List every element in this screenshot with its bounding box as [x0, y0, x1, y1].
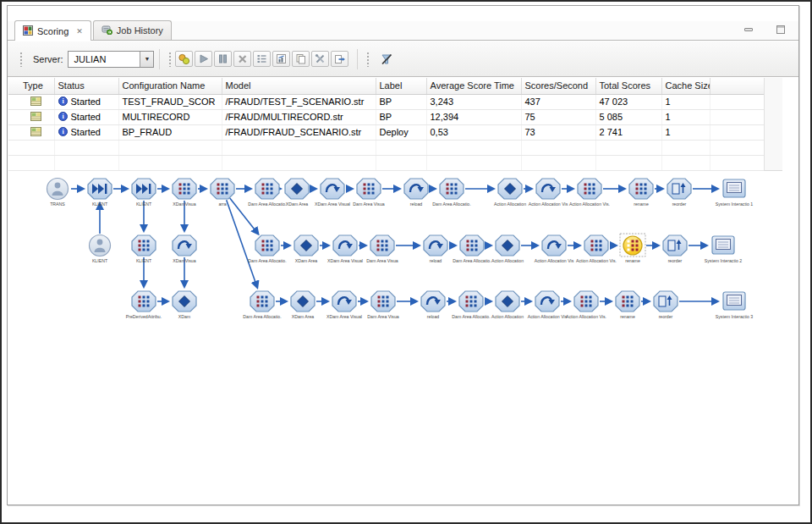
flow-node-label: Dam Area Visua — [353, 201, 385, 207]
properties-button[interactable] — [253, 51, 271, 67]
preferences-button[interactable] — [311, 51, 329, 67]
column-header-configuration-name[interactable]: Configuration Name — [118, 78, 222, 94]
flow-node-label: KLIENT — [136, 258, 152, 263]
tab-job-history[interactable]: Job History — [93, 20, 172, 40]
flow-node-table[interactable] — [459, 291, 483, 312]
column-header-status[interactable]: Status — [54, 78, 118, 94]
flow-node-label: Dam Area Visua — [366, 258, 398, 263]
scores-per-second-cell: 437 — [521, 94, 595, 109]
flow-node-quest[interactable] — [333, 235, 357, 256]
flow-node-table[interactable] — [255, 179, 279, 199]
statistics-chart-button[interactable] — [272, 51, 290, 67]
flow-node-table[interactable] — [173, 179, 196, 199]
column-header-total-scores[interactable]: Total Scores — [595, 78, 661, 94]
flow-node-person[interactable] — [47, 179, 69, 200]
model-cell: /FRAUD/FRAUD_SCENARIO.str — [222, 124, 376, 140]
filler-cell — [710, 109, 764, 124]
copy-result-button[interactable] — [292, 51, 310, 67]
flow-node-diamond[interactable] — [173, 291, 196, 312]
flow-node-table[interactable] — [629, 179, 653, 199]
flow-node-label: XDam Area Visual — [327, 258, 363, 263]
flow-node-monitor[interactable] — [723, 292, 745, 310]
tab-scoring[interactable]: Scoring ✕ — [14, 20, 91, 41]
server-dropdown[interactable]: JULIAN ▼ — [68, 51, 154, 68]
flow-node-reorder[interactable] — [667, 179, 691, 199]
run-configurations-button[interactable] — [175, 51, 193, 67]
column-header-label[interactable]: Label — [376, 78, 426, 94]
flow-node-diamond[interactable] — [291, 291, 315, 312]
flow-node-table[interactable] — [620, 234, 645, 256]
column-header-model[interactable]: Model — [222, 78, 376, 94]
table-header-row: TypeStatusConfiguration NameModelLabelAv… — [8, 78, 764, 94]
flow-node-table[interactable] — [132, 235, 156, 256]
flow-node-quest[interactable] — [535, 291, 559, 312]
flow-node-reorder[interactable] — [663, 235, 687, 256]
label-cell: BP — [376, 109, 426, 124]
flow-node-table[interactable] — [574, 291, 598, 312]
pause-button[interactable] — [214, 51, 232, 67]
flow-node-quest[interactable] — [542, 235, 566, 256]
flow-node-label: KLIENT — [92, 201, 108, 207]
flow-node-diamond[interactable] — [496, 235, 519, 256]
flow-node-label: System Interactio 1 — [716, 201, 754, 207]
flow-node-monitor[interactable] — [723, 179, 745, 197]
close-tab-icon[interactable]: ✕ — [76, 27, 83, 36]
stop-button[interactable] — [233, 51, 251, 67]
flow-node-monitor[interactable] — [712, 236, 734, 254]
configuration-name-cell: TEST_FRAUD_SCOR — [118, 94, 222, 109]
chevron-down-icon[interactable]: ▼ — [140, 52, 153, 67]
flow-node-table[interactable] — [370, 235, 394, 256]
minimize-icon[interactable] — [744, 28, 753, 31]
flow-node-merge[interactable] — [132, 179, 156, 199]
flow-node-label: XDamVisua — [173, 201, 195, 207]
column-header-filler[interactable] — [710, 78, 764, 94]
flow-node-merge[interactable] — [88, 179, 112, 199]
export-button[interactable] — [331, 51, 348, 67]
toolbar-drag-handle[interactable] — [19, 52, 23, 67]
flow-node-label: Dam Area Allocatio. — [248, 258, 286, 263]
flow-node-quest[interactable] — [321, 179, 344, 199]
maximize-icon[interactable] — [776, 25, 785, 34]
toolbar-drag-handle[interactable] — [366, 52, 370, 67]
flow-node-diamond[interactable] — [294, 235, 318, 256]
flow-node-quest[interactable] — [421, 291, 445, 312]
flow-node-table[interactable] — [371, 291, 395, 312]
flow-node-table[interactable] — [255, 235, 279, 256]
flow-node-quest[interactable] — [173, 235, 196, 256]
flow-node-diamond[interactable] — [498, 179, 522, 199]
flow-node-quest[interactable] — [424, 235, 447, 256]
flow-node-label: XDam Area Visual — [326, 314, 362, 319]
flow-node-quest[interactable] — [404, 179, 428, 199]
flow-node-table[interactable] — [132, 291, 156, 312]
flow-node-quest[interactable] — [536, 179, 560, 199]
flow-node-table[interactable] — [584, 235, 608, 256]
flow-node-table[interactable] — [616, 291, 639, 312]
flow-node-person[interactable] — [90, 235, 111, 256]
configuration-icon — [30, 113, 41, 123]
flow-node-table[interactable] — [250, 291, 274, 312]
flow-node-table[interactable] — [440, 179, 464, 199]
flow-node-quest[interactable] — [332, 291, 356, 312]
flow-node-table[interactable] — [460, 235, 484, 256]
flow-node-reorder[interactable] — [654, 291, 678, 312]
flow-node-label: KLIENT — [92, 258, 108, 263]
flow-node-table[interactable] — [578, 179, 601, 199]
filler-cell — [710, 124, 764, 140]
column-header-scores-second[interactable]: Scores/Second — [521, 78, 595, 94]
flow-node-table[interactable] — [211, 179, 234, 199]
filter-disabled-button[interactable] — [376, 51, 397, 68]
info-started-icon: i — [58, 127, 68, 138]
table-row[interactable]: iStartedBP_FRAUD/FRAUD/FRAUD_SCENARIO.st… — [8, 124, 764, 140]
flow-node-table[interactable] — [357, 179, 381, 199]
table-row[interactable]: iStartedMULTIRECORD/FRAUD/MULTIRECORD.st… — [8, 109, 764, 124]
toolbar-separator — [357, 49, 358, 69]
start-button[interactable] — [195, 51, 212, 67]
flow-node-diamond[interactable] — [496, 291, 519, 312]
flow-node-diamond[interactable] — [285, 179, 309, 199]
table-scrollbar[interactable] — [764, 78, 782, 171]
toolbar-drag-handle[interactable] — [168, 52, 172, 67]
table-row[interactable]: iStartedTEST_FRAUD_SCOR/FRAUD/TEST_F_SCE… — [8, 94, 764, 109]
column-header-average-score-time[interactable]: Average Score Time — [426, 78, 521, 94]
column-header-cache-size[interactable]: Cache Size — [661, 78, 710, 94]
column-header-type[interactable]: Type — [8, 78, 54, 94]
